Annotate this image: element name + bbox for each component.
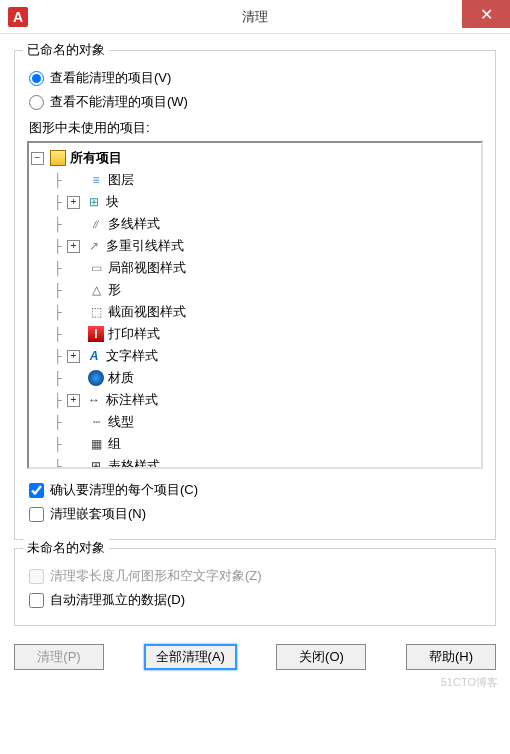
zero-length-label: 清理零长度几何图形和空文字对象(Z): [50, 567, 262, 585]
expander-icon[interactable]: +: [67, 350, 80, 363]
tree-item[interactable]: ├+多重引线样式: [31, 235, 479, 257]
expander-spacer: [67, 416, 82, 429]
ltype-icon: [88, 414, 104, 430]
radio-view-nonpurgeable-label: 查看不能清理的项目(W): [50, 93, 188, 111]
tree-item-label: 标注样式: [106, 391, 158, 409]
close-button[interactable]: ✕: [462, 0, 510, 28]
tree-item[interactable]: ├局部视图样式: [31, 257, 479, 279]
tree-line: ├: [49, 195, 67, 210]
tree-item[interactable]: ├+标注样式: [31, 389, 479, 411]
radio-view-purgeable-input[interactable]: [29, 71, 44, 86]
material-icon: [88, 370, 104, 386]
tree-line: ├: [49, 393, 67, 408]
help-button[interactable]: 帮助(H): [406, 644, 496, 670]
tree-item-label: 图层: [108, 171, 134, 189]
nested-check[interactable]: 清理嵌套项目(N): [29, 505, 481, 523]
tree-item[interactable]: ├+块: [31, 191, 479, 213]
tree-line: ├: [49, 239, 67, 254]
tree-line: ├: [49, 437, 67, 452]
expander-spacer: [67, 438, 82, 451]
table-icon: [88, 458, 104, 467]
tree-item-label: 打印样式: [108, 325, 160, 343]
tree-line: ├: [49, 371, 67, 386]
expander-icon[interactable]: +: [67, 240, 80, 253]
tree-root[interactable]: −所有项目: [31, 147, 479, 169]
tree-root-label: 所有项目: [70, 149, 122, 167]
confirm-each-input[interactable]: [29, 483, 44, 498]
radio-view-purgeable[interactable]: 查看能清理的项目(V): [29, 69, 481, 87]
tree-item-label: 表格样式: [108, 457, 160, 467]
tree-view[interactable]: −所有项目├图层├+块├多线样式├+多重引线样式├局部视图样式├形├截面视图样式…: [27, 141, 483, 469]
tree-item-label: 材质: [108, 369, 134, 387]
nested-input[interactable]: [29, 507, 44, 522]
expander-spacer: [67, 262, 82, 275]
tree-item[interactable]: ├表格样式: [31, 455, 479, 467]
tree-item[interactable]: ├线型: [31, 411, 479, 433]
orphan-data-check[interactable]: 自动清理孤立的数据(D): [29, 591, 481, 609]
tree-item[interactable]: ├形: [31, 279, 479, 301]
confirm-each-label: 确认要清理的每个项目(C): [50, 481, 198, 499]
unnamed-objects-group: 未命名的对象 清理零长度几何图形和空文字对象(Z) 自动清理孤立的数据(D): [14, 548, 496, 626]
tree-item-label: 多线样式: [108, 215, 160, 233]
tree-item-label: 多重引线样式: [106, 237, 184, 255]
tree-item-label: 截面视图样式: [108, 303, 186, 321]
tree-line: ├: [49, 173, 67, 188]
layers-icon: [88, 172, 104, 188]
tree-item-label: 形: [108, 281, 121, 299]
detail-icon: [88, 260, 104, 276]
tree-line: ├: [49, 415, 67, 430]
tree-line: ├: [49, 349, 67, 364]
expander-icon[interactable]: +: [67, 196, 80, 209]
tree-item[interactable]: ├材质: [31, 367, 479, 389]
expander-spacer: [67, 460, 82, 468]
plot-icon: [88, 326, 104, 342]
text-icon: [86, 348, 102, 364]
mline-icon: [88, 216, 104, 232]
expander-icon[interactable]: −: [31, 152, 44, 165]
radio-view-purgeable-label: 查看能清理的项目(V): [50, 69, 171, 87]
block-icon: [86, 194, 102, 210]
expander-spacer: [67, 328, 82, 341]
expander-spacer: [67, 284, 82, 297]
named-objects-group: 已命名的对象 查看能清理的项目(V) 查看不能清理的项目(W) 图形中未使用的项…: [14, 50, 496, 540]
radio-view-nonpurgeable-input[interactable]: [29, 95, 44, 110]
purge-all-button[interactable]: 全部清理(A): [144, 644, 237, 670]
zero-length-check: 清理零长度几何图形和空文字对象(Z): [29, 567, 481, 585]
nested-label: 清理嵌套项目(N): [50, 505, 146, 523]
named-objects-title: 已命名的对象: [23, 41, 109, 59]
tree-item[interactable]: ├打印样式: [31, 323, 479, 345]
confirm-each-check[interactable]: 确认要清理的每个项目(C): [29, 481, 481, 499]
section-icon: [88, 304, 104, 320]
tree-line: ├: [49, 327, 67, 342]
tree-item-label: 文字样式: [106, 347, 158, 365]
tree-line: ├: [49, 459, 67, 468]
radio-view-nonpurgeable[interactable]: 查看不能清理的项目(W): [29, 93, 481, 111]
button-row: 清理(P) 全部清理(A) 关闭(O) 帮助(H): [0, 634, 510, 684]
tree-line: ├: [49, 283, 67, 298]
purge-button: 清理(P): [14, 644, 104, 670]
title-bar: A 清理 ✕: [0, 0, 510, 34]
folder-icon: [50, 150, 66, 166]
tree-item-label: 线型: [108, 413, 134, 431]
tree-item[interactable]: ├多线样式: [31, 213, 479, 235]
orphan-data-label: 自动清理孤立的数据(D): [50, 591, 185, 609]
app-icon: A: [8, 7, 28, 27]
tree-line: ├: [49, 261, 67, 276]
shape-icon: [88, 282, 104, 298]
expander-spacer: [67, 306, 82, 319]
tree-item[interactable]: ├组: [31, 433, 479, 455]
zero-length-input: [29, 569, 44, 584]
orphan-data-input[interactable]: [29, 593, 44, 608]
unnamed-objects-title: 未命名的对象: [23, 539, 109, 557]
expander-spacer: [67, 218, 82, 231]
tree-item[interactable]: ├+文字样式: [31, 345, 479, 367]
expander-icon[interactable]: +: [67, 394, 80, 407]
tree-line: ├: [49, 305, 67, 320]
close-dialog-button[interactable]: 关闭(O): [276, 644, 366, 670]
tree-item-label: 块: [106, 193, 119, 211]
tree-item[interactable]: ├图层: [31, 169, 479, 191]
expander-spacer: [67, 372, 82, 385]
dim-icon: [86, 392, 102, 408]
tree-item[interactable]: ├截面视图样式: [31, 301, 479, 323]
expander-spacer: [67, 174, 82, 187]
